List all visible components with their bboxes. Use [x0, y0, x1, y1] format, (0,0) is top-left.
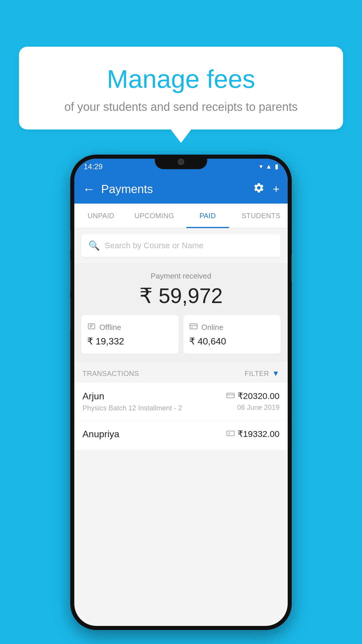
transaction-row[interactable]: Anupriya ₹ ₹19332.00 [74, 421, 288, 450]
transaction-row[interactable]: Arjun Physics Batch 12 Installment - 2 ₹… [74, 383, 288, 421]
payment-total-amount: ₹ 59,972 [81, 284, 281, 308]
app-bar-actions: + [253, 182, 280, 196]
transaction-name: Arjun [82, 391, 182, 402]
volume-up-button [70, 230, 71, 251]
tabs-container: UNPAID UPCOMING PAID STUDENTS [74, 204, 288, 228]
svg-rect-4 [227, 393, 234, 398]
svg-text:₹: ₹ [228, 432, 230, 435]
transaction-right: ₹ ₹19332.00 [226, 429, 280, 441]
speech-bubble: Manage fees of your students and send re… [19, 47, 343, 130]
phone-frame: 14:29 ▾ ▲ ▮ ← Payments + UNPAID [70, 155, 292, 630]
filter-icon: ▼ [272, 369, 280, 378]
filter-button[interactable]: FILTER ▼ [245, 369, 280, 378]
transaction-detail: Physics Batch 12 Installment - 2 [82, 404, 182, 412]
status-icons: ▾ ▲ ▮ [259, 163, 278, 170]
wifi-icon: ▾ [259, 163, 263, 170]
filter-label: FILTER [245, 370, 269, 378]
tab-paid[interactable]: PAID [181, 204, 234, 228]
transaction-left: Arjun Physics Batch 12 Installment - 2 [82, 391, 182, 412]
search-icon: 🔍 [88, 240, 100, 251]
power-button [291, 254, 292, 283]
battery-icon: ▮ [275, 163, 278, 170]
phone-notch [155, 155, 207, 169]
payment-cards: Offline ₹ 19,332 [81, 315, 281, 354]
app-bar: ← Payments + [74, 174, 288, 204]
transaction-amount: ₹20320.00 [238, 391, 280, 401]
online-icon [189, 322, 198, 333]
transaction-left: Anupriya [82, 429, 119, 442]
offline-icon [87, 322, 96, 333]
offline-amount: ₹ 19,332 [87, 336, 173, 347]
phone-camera [178, 159, 184, 165]
transaction-amount-row: ₹20320.00 [226, 391, 280, 401]
online-amount: ₹ 40,640 [189, 336, 275, 347]
offline-payment-icon: ₹ [226, 429, 235, 438]
transaction-amount-row: ₹ ₹19332.00 [226, 429, 280, 439]
settings-icon[interactable] [253, 182, 265, 196]
main-content: 🔍 Search by Course or Name Payment recei… [74, 228, 288, 450]
transaction-name: Anupriya [82, 429, 119, 440]
search-placeholder: Search by Course or Name [105, 241, 203, 250]
side-button-3 [70, 298, 71, 330]
app-bar-title: Payments [101, 183, 247, 196]
card-payment-icon [226, 391, 235, 400]
back-button[interactable]: ← [82, 182, 95, 196]
tab-upcoming[interactable]: UPCOMING [128, 204, 181, 228]
offline-label: Offline [99, 323, 121, 332]
bubble-title: Manage fees [34, 64, 328, 94]
svg-rect-1 [190, 324, 197, 329]
online-label: Online [201, 323, 223, 332]
offline-payment-card: Offline ₹ 19,332 [81, 315, 179, 354]
transaction-right: ₹20320.00 06 June 2019 [226, 391, 280, 412]
add-icon[interactable]: + [273, 183, 280, 196]
payment-received-label: Payment received [81, 272, 281, 281]
phone-screen: 14:29 ▾ ▲ ▮ ← Payments + UNPAID [74, 159, 288, 626]
transaction-amount: ₹19332.00 [238, 429, 280, 439]
payment-summary: Payment received ₹ 59,972 [74, 263, 288, 362]
transactions-header: TRANSACTIONS FILTER ▼ [74, 362, 288, 383]
online-payment-card: Online ₹ 40,640 [183, 315, 281, 354]
status-time: 14:29 [84, 162, 103, 171]
signal-icon: ▲ [266, 163, 272, 170]
tab-unpaid[interactable]: UNPAID [74, 204, 128, 228]
transaction-date: 06 June 2019 [226, 403, 280, 412]
bubble-subtitle: of your students and send receipts to pa… [34, 100, 328, 113]
tab-students[interactable]: STUDENTS [234, 204, 288, 228]
search-bar[interactable]: 🔍 Search by Course or Name [81, 234, 281, 257]
volume-down-button [70, 260, 71, 292]
transactions-label: TRANSACTIONS [82, 370, 139, 378]
